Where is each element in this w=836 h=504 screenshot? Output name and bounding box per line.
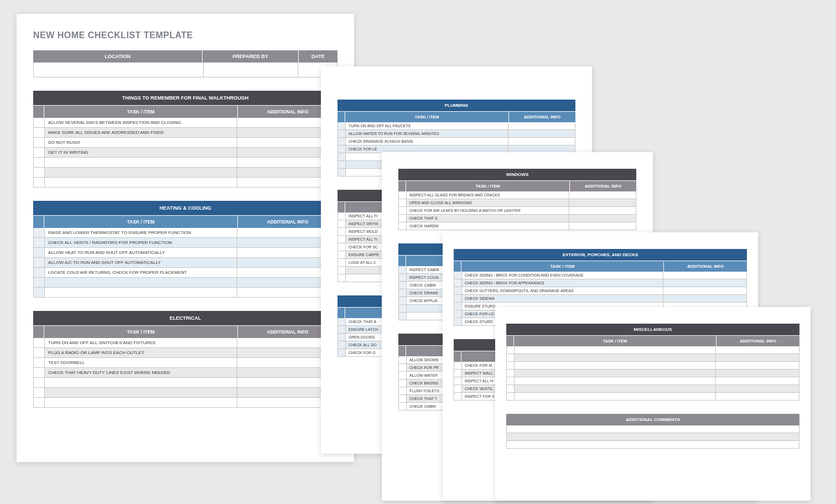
check-cell[interactable] <box>338 220 346 227</box>
check-cell[interactable] <box>338 169 346 176</box>
info-cell[interactable] <box>508 138 575 145</box>
check-cell[interactable] <box>34 388 45 397</box>
task-cell[interactable] <box>45 178 237 187</box>
check-cell[interactable] <box>507 362 515 369</box>
task-cell[interactable] <box>45 288 237 297</box>
check-cell[interactable] <box>338 349 346 356</box>
check-cell[interactable] <box>338 122 346 129</box>
check-cell[interactable] <box>34 348 45 357</box>
check-cell[interactable] <box>34 358 45 367</box>
check-cell[interactable] <box>399 395 407 402</box>
check-cell[interactable] <box>454 279 462 287</box>
check-cell[interactable] <box>338 146 346 153</box>
info-cell[interactable] <box>716 370 799 377</box>
check-cell[interactable] <box>454 377 462 385</box>
check-cell[interactable] <box>399 305 407 312</box>
check-cell[interactable] <box>338 267 346 274</box>
check-cell[interactable] <box>338 161 346 168</box>
comment-line[interactable] <box>507 441 799 448</box>
check-cell[interactable] <box>34 378 45 387</box>
check-cell[interactable] <box>399 387 407 394</box>
task-cell[interactable] <box>45 168 237 177</box>
check-cell[interactable] <box>34 138 45 147</box>
info-cell[interactable] <box>716 377 799 385</box>
check-cell[interactable] <box>399 274 407 281</box>
task-cell[interactable] <box>515 354 716 361</box>
check-cell[interactable] <box>338 251 346 258</box>
info-cell[interactable] <box>663 279 746 287</box>
task-cell[interactable] <box>515 393 716 400</box>
check-cell[interactable] <box>399 313 407 320</box>
check-cell[interactable] <box>454 310 462 318</box>
task-cell[interactable] <box>45 398 237 407</box>
check-cell[interactable] <box>399 207 407 214</box>
info-cell[interactable] <box>569 199 636 206</box>
check-cell[interactable] <box>399 215 407 222</box>
info-cell[interactable] <box>716 385 799 392</box>
check-cell[interactable] <box>399 191 407 199</box>
check-cell[interactable] <box>399 297 407 304</box>
info-cell[interactable] <box>569 222 636 230</box>
info-cell[interactable] <box>716 354 799 361</box>
check-cell[interactable] <box>338 228 346 235</box>
check-cell[interactable] <box>399 199 407 206</box>
check-cell[interactable] <box>338 274 346 282</box>
check-cell[interactable] <box>34 258 45 267</box>
info-cell[interactable] <box>569 207 636 214</box>
check-cell[interactable] <box>34 228 45 237</box>
check-cell[interactable] <box>338 318 346 325</box>
check-cell[interactable] <box>399 380 407 387</box>
check-cell[interactable] <box>34 128 45 137</box>
check-cell[interactable] <box>399 282 407 289</box>
check-cell[interactable] <box>507 346 515 354</box>
check-cell[interactable] <box>34 168 45 177</box>
check-cell[interactable] <box>454 318 462 325</box>
check-cell[interactable] <box>34 248 45 257</box>
check-cell[interactable] <box>454 287 462 294</box>
check-cell[interactable] <box>338 259 346 266</box>
info-cell[interactable] <box>508 122 575 129</box>
check-cell[interactable] <box>454 295 462 302</box>
check-cell[interactable] <box>399 364 407 371</box>
location-value[interactable] <box>34 63 204 77</box>
check-cell[interactable] <box>34 268 45 277</box>
task-cell[interactable] <box>45 378 237 387</box>
info-cell[interactable] <box>716 346 799 354</box>
check-cell[interactable] <box>338 130 346 137</box>
check-cell[interactable] <box>454 303 462 310</box>
check-cell[interactable] <box>507 385 515 392</box>
check-cell[interactable] <box>399 266 407 273</box>
task-cell[interactable] <box>515 370 716 377</box>
info-cell[interactable] <box>508 130 575 137</box>
info-cell[interactable] <box>569 215 636 222</box>
check-cell[interactable] <box>34 338 45 347</box>
check-cell[interactable] <box>507 377 515 385</box>
check-cell[interactable] <box>338 138 346 145</box>
check-cell[interactable] <box>34 238 45 247</box>
check-cell[interactable] <box>399 403 407 410</box>
check-cell[interactable] <box>399 222 407 230</box>
task-cell[interactable] <box>45 278 237 287</box>
comment-line[interactable] <box>507 425 799 433</box>
info-cell[interactable] <box>716 362 799 369</box>
check-cell[interactable] <box>338 153 346 160</box>
info-cell[interactable] <box>663 295 746 302</box>
comment-line[interactable] <box>507 433 799 440</box>
check-cell[interactable] <box>454 272 462 279</box>
check-cell[interactable] <box>34 288 45 297</box>
task-cell[interactable] <box>45 388 237 397</box>
check-cell[interactable] <box>399 372 407 379</box>
check-cell[interactable] <box>507 393 515 400</box>
check-cell[interactable] <box>338 334 346 341</box>
check-cell[interactable] <box>454 393 462 400</box>
info-cell[interactable] <box>569 191 636 199</box>
check-cell[interactable] <box>338 341 346 349</box>
check-cell[interactable] <box>34 398 45 407</box>
check-cell[interactable] <box>507 370 515 377</box>
check-cell[interactable] <box>338 236 346 243</box>
check-cell[interactable] <box>507 354 515 361</box>
check-cell[interactable] <box>454 370 462 377</box>
task-cell[interactable] <box>515 346 716 354</box>
task-cell[interactable] <box>515 385 716 392</box>
check-cell[interactable] <box>34 278 45 287</box>
